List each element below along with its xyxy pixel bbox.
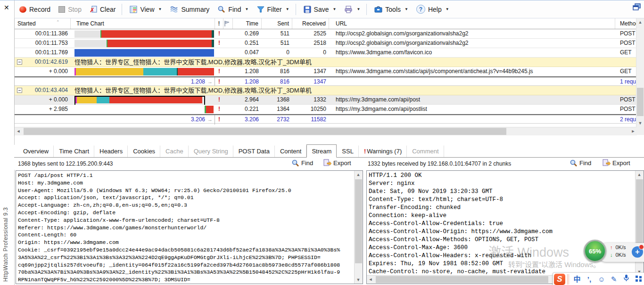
table-row[interactable]: + 2.985 ! 0.221 1364 10250 https://my.3d… (15, 105, 637, 114)
clear-button[interactable]: ✗ Clear (86, 4, 119, 15)
tools-label: Tools (385, 6, 401, 13)
column-header-time-chart[interactable]: Time Chart (74, 18, 215, 29)
chevron-down-icon: ▼ (356, 7, 360, 11)
brand-vertical-label: HttpWatch Professional 9.3 (2, 207, 9, 282)
group-summary-row[interactable]: 1.208→ ! 1.208 816 1347 1 requ (15, 76, 637, 86)
tab-warnings[interactable]: !Warnings (7) (359, 145, 407, 157)
column-header-method[interactable]: Method (618, 18, 637, 29)
received-cell: 11582 (295, 115, 329, 125)
search-icon (217, 5, 225, 13)
pencil-icon[interactable]: ✎ (608, 273, 620, 285)
group-row[interactable]: 00:01:43.404 怪物猎人：世界专区_怪物猎人：世界中文版下载,MOD,… (15, 86, 637, 95)
tab-time-chart[interactable]: Time Chart (54, 145, 94, 157)
scroll-left-icon[interactable]: ◄ (367, 276, 374, 283)
memory-percent-badge[interactable]: 65% (584, 240, 606, 262)
method-cell: GET (618, 67, 637, 76)
stop-button: Stop (55, 4, 85, 15)
tab-content[interactable]: Content (275, 145, 307, 157)
sogou-logo-icon[interactable]: S (554, 274, 565, 285)
record-icon (19, 6, 26, 13)
method-cell: POST (618, 95, 637, 105)
scrollbar-thumb[interactable] (636, 179, 643, 245)
help-button[interactable]: ? Help ▼ (413, 3, 453, 16)
scroll-down-icon[interactable]: ▼ (355, 276, 362, 284)
column-header-warning[interactable]: ! (215, 18, 223, 29)
scroll-right-icon[interactable]: ► (629, 127, 637, 135)
httpwatch-window: ✕ HttpWatch Professional 9.3 Record Stop… (0, 0, 644, 285)
view-button[interactable]: View ▼ (126, 4, 165, 15)
upload-rate: ↑0K/s (610, 244, 626, 250)
record-button[interactable]: Record (16, 4, 54, 15)
scrollbar-thumb[interactable] (355, 179, 362, 263)
sent-cell: 816 (264, 77, 292, 87)
table-row-selected[interactable]: + 0.000 ! 2.964 1368 1332 https://my.3dm… (15, 95, 637, 105)
chevron-down-icon: ▼ (446, 7, 449, 11)
tab-ssl[interactable]: SSL (337, 145, 359, 157)
scrollbar-thumb[interactable] (376, 276, 548, 283)
network-speed-widget[interactable]: 65% ↑0K/s ↓0K/s + (584, 239, 644, 264)
response-find-button[interactable]: Find (570, 159, 591, 167)
microphone-icon[interactable] (620, 273, 632, 285)
emoji-icon[interactable]: ☺ (595, 273, 608, 285)
tab-overview[interactable]: Overview (18, 145, 54, 157)
table-row[interactable]: 00:01:11.386 ! 0.269 511 2525 http://ocs… (15, 29, 637, 39)
request-stream-panel[interactable]: POST /api/post HTTP/1.1 Host: my.3dmgame… (16, 170, 363, 284)
scrollbar-thumb[interactable] (637, 88, 644, 116)
scroll-up-icon[interactable]: ▲ (636, 18, 644, 26)
scroll-up-icon[interactable]: ▲ (636, 171, 643, 178)
filter-button[interactable]: Filter ▼ (254, 4, 293, 15)
scroll-left-icon[interactable]: ◄ (15, 127, 22, 135)
time-cell: 1.208 (233, 77, 262, 87)
close-icon[interactable]: ✕ (4, 4, 9, 11)
table-row[interactable]: 00:01:11.769 0.047 0 0 https://www.3dmga… (15, 48, 637, 58)
stop-label: Stop (68, 6, 82, 13)
url-cell: https://my.3dmgame.com/api/postlist (332, 105, 615, 114)
tab-post-data[interactable]: POST Data (233, 145, 275, 157)
sent-cell: 816 (264, 67, 292, 76)
response-stream-panel[interactable]: HTTP/1.1 200 OK Server: nginx Date: Sat,… (366, 170, 644, 284)
left-strip: ✕ HttpWatch Professional 9.3 (0, 0, 15, 285)
request-vertical-scrollbar[interactable]: ▲ ▼ (354, 171, 363, 284)
scroll-up-icon[interactable]: ▲ (355, 171, 362, 178)
grid-horizontal-scrollbar[interactable]: ◄ ► (15, 127, 637, 135)
column-header-received[interactable]: Received (295, 18, 329, 29)
url-cell: http://ocsp2.globalsign.com/gsorganizati… (332, 29, 615, 39)
ime-language-button[interactable]: 中 (571, 273, 583, 285)
download-rate: ↓0K/s (610, 252, 626, 258)
request-find-button[interactable]: Find (291, 159, 313, 167)
time-chart-bar (74, 39, 215, 48)
ime-punctuation-button[interactable]: ’, (583, 273, 595, 285)
tab-cookies[interactable]: Cookies (128, 145, 160, 157)
response-export-button[interactable]: Export (603, 159, 630, 167)
column-header-url[interactable]: URL (332, 18, 615, 29)
method-cell: POST (618, 29, 637, 39)
restore-window-icon[interactable] (633, 3, 641, 13)
print-button[interactable]: ▼ (341, 4, 363, 15)
started-cell: 00:01:11.753 (15, 39, 71, 48)
column-header-time[interactable]: Time (233, 18, 262, 29)
group-row[interactable]: 00:01:42.619 怪物猎人：世界专区_怪物猎人：世界中文版下载,MOD,… (15, 58, 637, 67)
column-header-started[interactable]: Started⌃ (15, 18, 71, 29)
tools-button[interactable]: Tools ▼ (371, 4, 412, 15)
column-header-sent[interactable]: Sent (264, 18, 292, 29)
scrollbar-thumb[interactable] (24, 128, 506, 135)
tab-stream[interactable]: Stream (306, 144, 337, 158)
group-summary-row[interactable]: 3.206→ ! 3.206 2732 11582 2 requ (15, 114, 637, 124)
detail-tabbar: Overview Time Chart Headers Cookies Cach… (14, 145, 644, 158)
sent-cell: 511 (264, 39, 292, 48)
grid-vertical-scrollbar[interactable]: ▲ ▼ (636, 18, 644, 127)
table-row[interactable]: + 0.000 ! 1.208 816 1347 https://www.3dm… (15, 67, 637, 76)
url-cell: https://my.3dmgame.com/api/post (332, 95, 615, 105)
group-started-cell: 00:01:43.404 (15, 86, 71, 95)
summary-button[interactable]: Summary (166, 4, 213, 15)
warning-icon: ! (215, 67, 223, 76)
request-export-button[interactable]: Export (323, 159, 351, 167)
ime-menu-grid-icon[interactable] (632, 273, 644, 285)
sent-cell: 1364 (264, 105, 292, 114)
table-row[interactable]: 00:01:11.753 ! 0.251 511 2518 http://ocs… (15, 39, 637, 48)
column-header-flag[interactable] (223, 18, 233, 29)
scroll-down-icon[interactable]: ▼ (636, 119, 644, 127)
find-button[interactable]: Find ▼ (214, 3, 252, 15)
tab-headers[interactable]: Headers (94, 145, 128, 157)
save-button[interactable]: Save ▼ (300, 4, 340, 15)
